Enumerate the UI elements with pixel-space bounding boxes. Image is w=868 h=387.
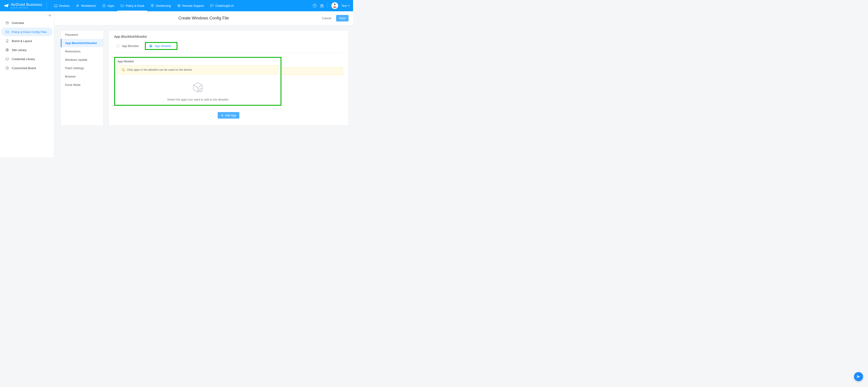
svg-rect-16 — [6, 58, 8, 60]
overview-icon — [5, 21, 9, 25]
sidebar-item-label: Credential Library — [12, 57, 35, 61]
plus-icon — [221, 114, 223, 117]
empty-text: Select the apps you want to add to the a… — [117, 98, 278, 101]
sub-item-kiosk-mode[interactable]: Kiosk Mode — [61, 80, 103, 89]
nav-geofencing[interactable]: Geofencing — [148, 0, 174, 11]
sidebar-item-label: Policy & Kiosk Config Files — [12, 30, 47, 34]
sub-item-password[interactable]: Password — [61, 31, 103, 39]
highlight-allowlist-section: App Allowlist Only apps in the allowlist… — [114, 57, 281, 106]
svg-rect-0 — [55, 4, 57, 6]
paper-plane-icon — [3, 4, 9, 8]
divider — [328, 3, 328, 8]
chevron-double-left-icon — [48, 13, 52, 17]
sidebar-item-credential-library[interactable]: Credential Library — [1, 55, 53, 63]
nav-label: ChatInsight.AI — [215, 4, 234, 7]
sidebar-item-customized-brand[interactable]: Customized Brand — [1, 64, 53, 72]
nav-label: Apps — [107, 4, 114, 7]
nav-chatinsight[interactable]: ChatInsight.AI — [207, 0, 237, 11]
radio-label: App Allowlist — [155, 44, 171, 48]
nav-label: Policy & Kiosk — [126, 4, 144, 7]
info-text: Only apps in the allowlist can be used o… — [127, 68, 193, 71]
radio-app-allowlist[interactable]: App Allowlist — [147, 43, 174, 49]
svg-point-3 — [152, 5, 153, 6]
sub-item-browser[interactable]: Browser — [61, 72, 103, 80]
page-title: Create Windows Config File — [178, 16, 229, 21]
add-button-label: Add App — [225, 114, 236, 117]
plus-circle-icon — [5, 66, 9, 70]
devices-icon — [54, 4, 58, 7]
sidebar-collapse[interactable] — [48, 13, 52, 18]
top-nav: AirDroid Business Sand Studio Devices Wo… — [0, 0, 353, 11]
nav-remote-support[interactable]: Remote Support — [174, 0, 207, 11]
nav-label: Devices — [59, 4, 70, 7]
sidebar-item-label: Overview — [12, 21, 24, 25]
package-check-icon — [191, 81, 204, 94]
svg-point-5 — [178, 5, 180, 6]
empty-state: Select the apps you want to add to the a… — [117, 74, 278, 103]
sidebar-item-site-library[interactable]: Site Library — [1, 45, 53, 54]
sidebar-item-policy-kiosk-config[interactable]: Policy & Kiosk Config Files — [1, 28, 53, 36]
radio-icon — [149, 44, 152, 48]
help-icon[interactable] — [313, 4, 317, 8]
sidebar-item-label: Brand & Layout — [12, 39, 32, 43]
user-menu[interactable]: Test — [341, 4, 350, 7]
brand-name: AirDroid Business — [11, 3, 42, 6]
add-app-button[interactable]: Add App — [218, 112, 239, 119]
info-banner: Only apps in the allowlist can be used o… — [117, 65, 278, 74]
chevron-down-icon — [348, 4, 350, 7]
panel-title: App Blocklist/Allowlist — [114, 35, 343, 38]
avatar-icon — [332, 3, 337, 8]
radio-app-blocklist[interactable]: App Blocklist — [114, 43, 141, 49]
nav-label: Workbench — [81, 4, 96, 7]
nav-label: Geofencing — [156, 4, 171, 7]
support-icon — [177, 4, 181, 7]
nav-workbench[interactable]: Workbench — [73, 0, 99, 11]
sub-item-app-blocklist-allowlist[interactable]: App Blocklist/Allowlist — [61, 39, 103, 47]
user-name: Test — [341, 4, 347, 7]
sidebar-item-overview[interactable]: Overview — [1, 19, 53, 27]
config-sections: Password App Blocklist/Allowlist Restric… — [61, 30, 103, 126]
wrench-icon — [76, 4, 80, 7]
sidebar: Overview Policy & Kiosk Config Files Bra… — [0, 11, 54, 157]
sidebar-item-label: Site Library — [12, 49, 27, 52]
highlight-allowlist-radio: App Allowlist — [145, 42, 178, 50]
apps-icon — [102, 4, 106, 7]
page-header: Create Windows Config File Cancel Next — [54, 11, 353, 25]
gift-icon[interactable] — [320, 4, 324, 8]
location-icon — [151, 4, 154, 7]
svg-rect-10 — [6, 22, 8, 24]
radio-label: App Blocklist — [122, 44, 138, 48]
nav-label: Remote Support — [182, 4, 204, 7]
cancel-button[interactable]: Cancel — [320, 15, 333, 22]
sub-item-restrictions[interactable]: Restrictions — [61, 47, 103, 56]
folder-icon — [5, 30, 9, 34]
svg-point-4 — [178, 4, 180, 7]
nav-devices[interactable]: Devices — [51, 0, 72, 11]
config-panel: App Blocklist/Allowlist App Blocklist Ap… — [108, 30, 348, 126]
user-avatar[interactable] — [331, 2, 338, 9]
phone-icon — [5, 39, 9, 43]
monitor-icon — [5, 57, 9, 61]
globe-icon — [5, 48, 9, 52]
allowlist-section: App Allowlist Only apps in the allowlist… — [114, 57, 343, 119]
brand-logo[interactable]: AirDroid Business Sand Studio — [3, 2, 47, 9]
folder-icon — [121, 4, 124, 7]
sub-item-windows-update[interactable]: Windows Update — [61, 56, 103, 64]
sidebar-item-brand-layout[interactable]: Brand & Layout — [1, 37, 53, 45]
info-device-icon — [121, 68, 125, 72]
brand-sub: Sand Studio — [11, 7, 42, 9]
nav-apps[interactable]: Apps — [99, 0, 117, 11]
section-title: App Allowlist — [117, 60, 278, 63]
radio-icon — [116, 44, 120, 48]
chat-icon — [210, 4, 214, 7]
svg-point-9 — [334, 4, 336, 5]
sub-item-patch-settings[interactable]: Patch Settings — [61, 64, 103, 72]
next-button[interactable]: Next — [336, 15, 348, 22]
sidebar-item-label: Customized Brand — [12, 66, 36, 70]
blocklist-allowlist-toggle: App Blocklist App Allowlist — [114, 42, 343, 53]
nav-policy-kiosk[interactable]: Policy & Kiosk — [118, 0, 147, 11]
